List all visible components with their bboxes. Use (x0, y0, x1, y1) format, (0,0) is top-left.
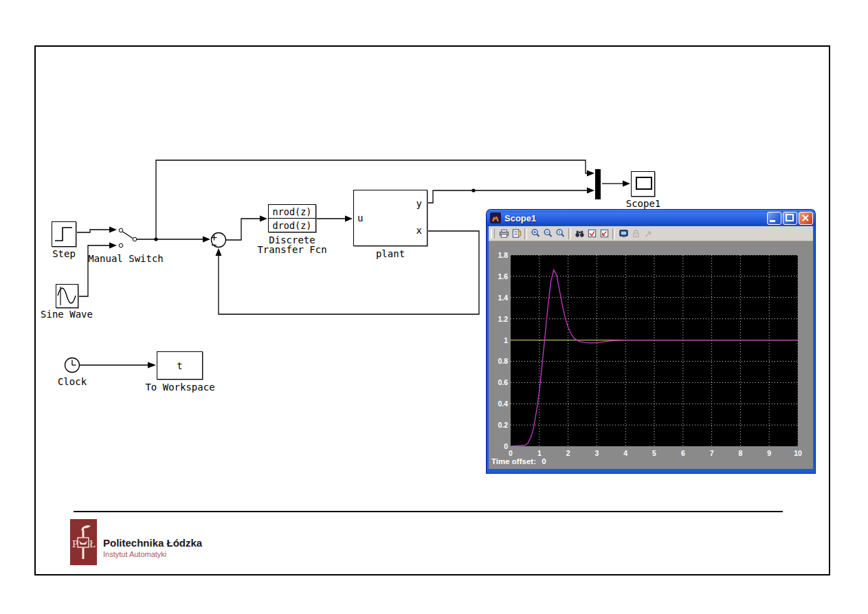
y-tick-label: 0.6 (489, 378, 508, 386)
scope-plot-canvas[interactable] (511, 255, 798, 446)
y-tick-label: 0.8 (489, 357, 508, 365)
switch-input-port-1 (119, 228, 123, 232)
sum-block[interactable] (212, 233, 226, 248)
dtf-numerator: nrod(z) (269, 205, 315, 218)
sine-wave-label: Sine Wave (41, 309, 93, 320)
x-tick-label: 8 (730, 449, 750, 457)
x-tick-label: 0 (500, 449, 521, 457)
zoom-x-icon[interactable] (542, 228, 554, 239)
wire-junction-dot (154, 237, 157, 241)
plant-port-y: y (416, 198, 422, 209)
time-offset-readout: Time offset: 0 (491, 457, 546, 465)
minimize-button[interactable] (767, 212, 781, 225)
toolbar-separator (568, 228, 571, 239)
clock-label: Clock (58, 376, 87, 387)
scope-plot-area: Time offset: 0 00.20.40.60.811.21.41.61.… (489, 241, 813, 469)
x-tick-label: 1 (529, 449, 550, 457)
time-offset-label: Time offset: (491, 457, 536, 465)
step-label: Step (52, 248, 76, 259)
scope1-block[interactable] (631, 171, 655, 197)
scope-toolbar (489, 226, 813, 241)
matlab-app-icon (490, 212, 501, 223)
y-tick-label: 0.4 (489, 399, 508, 408)
y-tick-label: 1 (489, 336, 508, 344)
plant-block[interactable]: u y x (353, 190, 427, 246)
x-tick-label: 2 (558, 449, 579, 457)
step-block[interactable] (52, 221, 76, 247)
manual-switch-label: Manual Switch (88, 253, 164, 264)
y-tick-label: 1.4 (489, 294, 508, 302)
x-tick-label: 6 (673, 449, 693, 457)
wire-junction-dot (471, 188, 475, 192)
parameters-icon[interactable] (510, 228, 522, 239)
restore-axes-icon[interactable] (598, 228, 610, 239)
scope-window-titlebar[interactable]: Scope1 (487, 210, 815, 226)
y-tick-label: 1.8 (489, 251, 508, 259)
autoscale-binoculars-icon[interactable] (573, 228, 586, 239)
scope-screen-icon (636, 177, 652, 190)
toolbar-grip[interactable] (491, 229, 495, 239)
dtf-label-line2: Transfer Fcn (257, 244, 326, 255)
x-tick-label: 10 (788, 449, 808, 457)
plant-port-u: u (357, 212, 363, 223)
switch-input-port-2 (119, 243, 123, 248)
zoom-icon[interactable] (529, 228, 542, 239)
clock-block[interactable] (65, 358, 80, 373)
floating-scope-icon[interactable] (617, 228, 630, 239)
save-axes-icon[interactable] (586, 228, 598, 239)
x-tick-label: 7 (702, 449, 722, 457)
scope-window-title: Scope1 (504, 213, 766, 223)
y-tick-label: 0.2 (489, 421, 508, 429)
dtf-denominator: drod(z) (269, 219, 315, 232)
sine-wave-block[interactable] (56, 284, 78, 308)
toolbar-separator (612, 228, 615, 239)
manual-switch-block[interactable] (119, 228, 137, 248)
switch-output-port (133, 237, 137, 241)
y-tick-label: 1.2 (489, 315, 508, 323)
x-tick-label: 9 (759, 449, 779, 457)
mux-block[interactable] (595, 169, 601, 199)
x-tick-label: 4 (615, 449, 636, 457)
scope-window: Scope1 (487, 210, 815, 473)
x-tick-label: 5 (644, 449, 665, 457)
lock-axes-icon[interactable] (630, 228, 642, 239)
to-workspace-label: To Workspace (145, 382, 214, 393)
sine-signal-icon (56, 285, 78, 307)
signal-selection-icon[interactable] (642, 228, 654, 239)
zoom-y-icon[interactable] (554, 228, 566, 239)
toolbar-separator (524, 228, 527, 239)
to-workspace-block[interactable]: t (157, 351, 203, 380)
step-signal-icon (52, 222, 76, 246)
y-tick-label: 1.6 (489, 272, 508, 281)
to-workspace-variable: t (177, 360, 182, 371)
discrete-transfer-fcn-block[interactable]: nrod(z) drod(z) (268, 204, 316, 232)
close-button[interactable] (799, 212, 813, 225)
print-icon[interactable] (498, 228, 510, 239)
maximize-button[interactable] (783, 212, 797, 225)
x-tick-label: 3 (586, 449, 607, 457)
plant-port-x: x (416, 225, 422, 236)
plant-label: plant (376, 248, 405, 259)
scope1-label: Scope1 (626, 198, 661, 209)
time-offset-value: 0 (542, 457, 546, 465)
